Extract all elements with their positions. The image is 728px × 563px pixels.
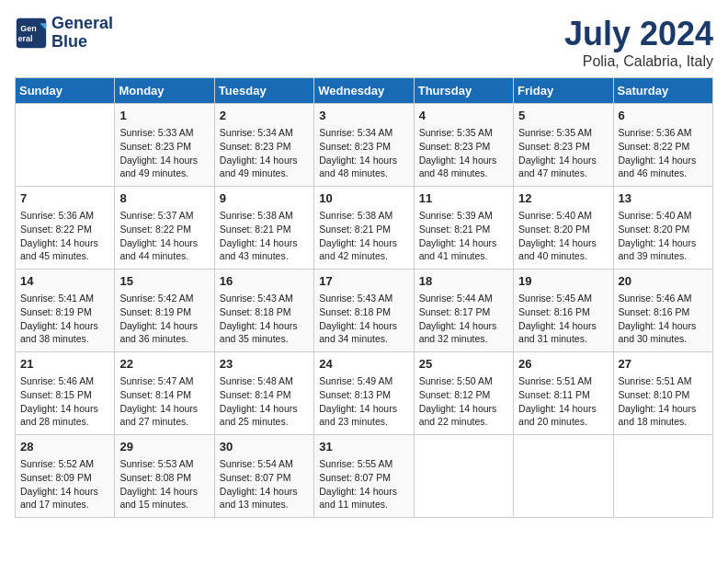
day-info-line: Daylight: 14 hours bbox=[119, 319, 209, 333]
day-info-line: and 31 minutes. bbox=[518, 332, 608, 346]
day-info-line: Sunrise: 5:34 AM bbox=[220, 126, 309, 140]
day-info-line: Daylight: 14 hours bbox=[518, 236, 608, 250]
day-info-line: Daylight: 14 hours bbox=[319, 154, 408, 167]
day-number: 9 bbox=[220, 190, 309, 207]
day-info-line: Sunrise: 5:40 AM bbox=[518, 209, 608, 223]
day-info-line: Sunset: 8:18 PM bbox=[220, 305, 309, 319]
day-info-line: Sunset: 8:18 PM bbox=[319, 305, 408, 319]
day-info-line: Sunrise: 5:54 AM bbox=[220, 457, 309, 471]
day-info-line: Sunrise: 5:33 AM bbox=[119, 126, 209, 140]
day-number: 25 bbox=[419, 356, 508, 373]
day-info-line: Sunrise: 5:43 AM bbox=[319, 292, 408, 305]
day-info-line: and 45 minutes. bbox=[20, 249, 109, 263]
day-info-line: and 15 minutes. bbox=[119, 498, 209, 511]
day-info-line: and 49 minutes. bbox=[119, 167, 209, 180]
day-info-line: Sunrise: 5:53 AM bbox=[119, 457, 209, 471]
day-info-line: Sunrise: 5:44 AM bbox=[419, 292, 508, 305]
day-number: 20 bbox=[619, 273, 708, 290]
calendar-cell bbox=[414, 435, 513, 518]
svg-text:eral: eral bbox=[18, 34, 33, 43]
day-info-line: Daylight: 14 hours bbox=[119, 485, 209, 499]
day-info-line: Daylight: 14 hours bbox=[119, 154, 209, 167]
day-info-line: Sunrise: 5:36 AM bbox=[20, 209, 109, 223]
day-info-line: Sunrise: 5:50 AM bbox=[419, 374, 508, 388]
calendar-cell: 19Sunrise: 5:45 AMSunset: 8:16 PMDayligh… bbox=[514, 270, 613, 352]
day-number: 4 bbox=[419, 108, 508, 124]
day-number: 10 bbox=[319, 190, 408, 207]
header-sunday: Sunday bbox=[16, 78, 115, 104]
calendar-cell: 17Sunrise: 5:43 AMSunset: 8:18 PMDayligh… bbox=[314, 270, 414, 352]
calendar-week-5: 28Sunrise: 5:52 AMSunset: 8:09 PMDayligh… bbox=[16, 435, 713, 518]
day-info-line: Sunset: 8:16 PM bbox=[619, 305, 708, 319]
day-info-line: and 49 minutes. bbox=[220, 167, 309, 180]
day-info-line: and 17 minutes. bbox=[20, 498, 109, 511]
day-info-line: and 23 minutes. bbox=[319, 415, 408, 429]
day-info-line: Daylight: 14 hours bbox=[220, 236, 309, 250]
day-info-line: Daylight: 14 hours bbox=[419, 402, 508, 416]
day-info-line: Daylight: 14 hours bbox=[319, 236, 408, 250]
day-info-line: and 41 minutes. bbox=[419, 249, 508, 263]
day-info-line: and 39 minutes. bbox=[619, 249, 708, 263]
day-number: 5 bbox=[518, 108, 608, 124]
logo: Gen eral General Blue bbox=[15, 15, 113, 52]
calendar-cell: 3Sunrise: 5:34 AMSunset: 8:23 PMDaylight… bbox=[314, 104, 414, 187]
day-info-line: Daylight: 14 hours bbox=[119, 236, 209, 250]
day-info-line: and 44 minutes. bbox=[119, 249, 209, 263]
day-number: 28 bbox=[20, 439, 109, 455]
page-header: Gen eral General Blue July 2024 Polia, C… bbox=[15, 15, 713, 70]
calendar-cell: 16Sunrise: 5:43 AMSunset: 8:18 PMDayligh… bbox=[214, 270, 313, 352]
calendar-cell: 4Sunrise: 5:35 AMSunset: 8:23 PMDaylight… bbox=[414, 104, 513, 187]
page-subtitle: Polia, Calabria, Italy bbox=[564, 53, 713, 70]
day-info-line: Sunset: 8:21 PM bbox=[419, 223, 508, 236]
day-number: 3 bbox=[319, 108, 408, 124]
calendar-cell bbox=[613, 435, 712, 518]
day-info-line: Sunset: 8:12 PM bbox=[419, 388, 508, 402]
day-info-line: Sunset: 8:23 PM bbox=[419, 140, 508, 154]
day-info-line: Sunset: 8:15 PM bbox=[20, 388, 109, 402]
day-info-line: Sunset: 8:14 PM bbox=[119, 388, 209, 402]
day-info-line: Sunset: 8:22 PM bbox=[20, 223, 109, 236]
day-number: 29 bbox=[119, 439, 209, 455]
calendar-cell: 11Sunrise: 5:39 AMSunset: 8:21 PMDayligh… bbox=[414, 187, 513, 270]
calendar-cell: 23Sunrise: 5:48 AMSunset: 8:14 PMDayligh… bbox=[214, 352, 313, 435]
day-number: 15 bbox=[119, 273, 209, 290]
calendar-table: SundayMondayTuesdayWednesdayThursdayFrid… bbox=[15, 77, 713, 518]
day-info-line: and 18 minutes. bbox=[619, 415, 708, 429]
day-info-line: and 11 minutes. bbox=[319, 498, 408, 511]
day-number: 19 bbox=[518, 273, 608, 290]
day-info-line: and 28 minutes. bbox=[20, 415, 109, 429]
day-info-line: Daylight: 14 hours bbox=[319, 402, 408, 416]
day-number: 16 bbox=[220, 273, 309, 290]
day-info-line: Sunset: 8:16 PM bbox=[518, 305, 608, 319]
day-info-line: Sunset: 8:20 PM bbox=[518, 223, 608, 236]
day-info-line: Sunset: 8:07 PM bbox=[319, 471, 408, 485]
calendar-cell: 12Sunrise: 5:40 AMSunset: 8:20 PMDayligh… bbox=[514, 187, 613, 270]
calendar-cell: 24Sunrise: 5:49 AMSunset: 8:13 PMDayligh… bbox=[314, 352, 414, 435]
day-number: 24 bbox=[319, 356, 408, 373]
day-info-line: Sunset: 8:09 PM bbox=[20, 471, 109, 485]
day-info-line: Sunset: 8:23 PM bbox=[220, 140, 309, 154]
calendar-cell bbox=[514, 435, 613, 518]
calendar-week-2: 7Sunrise: 5:36 AMSunset: 8:22 PMDaylight… bbox=[16, 187, 713, 270]
day-info-line: Sunset: 8:07 PM bbox=[220, 471, 309, 485]
day-number: 11 bbox=[419, 190, 508, 207]
day-info-line: Sunset: 8:21 PM bbox=[220, 223, 309, 236]
calendar-cell: 29Sunrise: 5:53 AMSunset: 8:08 PMDayligh… bbox=[115, 435, 214, 518]
day-number: 1 bbox=[119, 108, 209, 124]
calendar-cell: 13Sunrise: 5:40 AMSunset: 8:20 PMDayligh… bbox=[613, 187, 712, 270]
day-info-line: Daylight: 14 hours bbox=[518, 154, 608, 167]
day-info-line: Sunset: 8:19 PM bbox=[20, 305, 109, 319]
day-info-line: Sunrise: 5:37 AM bbox=[119, 209, 209, 223]
header-friday: Friday bbox=[514, 78, 613, 104]
day-info-line: Sunrise: 5:47 AM bbox=[119, 374, 209, 388]
day-info-line: and 32 minutes. bbox=[419, 332, 508, 346]
day-number: 27 bbox=[619, 356, 708, 373]
day-info-line: Sunrise: 5:52 AM bbox=[20, 457, 109, 471]
calendar-cell: 14Sunrise: 5:41 AMSunset: 8:19 PMDayligh… bbox=[16, 270, 115, 352]
day-info-line: Daylight: 14 hours bbox=[119, 402, 209, 416]
day-info-line: Sunset: 8:10 PM bbox=[619, 388, 708, 402]
day-info-line: Daylight: 14 hours bbox=[419, 319, 508, 333]
day-info-line: Daylight: 14 hours bbox=[619, 319, 708, 333]
day-info-line: Sunset: 8:08 PM bbox=[119, 471, 209, 485]
day-info-line: Sunset: 8:23 PM bbox=[319, 140, 408, 154]
